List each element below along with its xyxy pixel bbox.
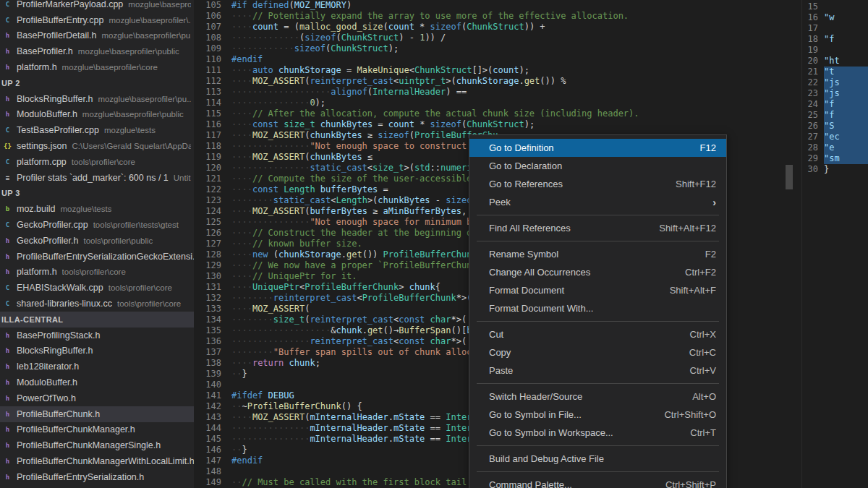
menu-item-change-all-occurrences[interactable]: Change All OccurrencesCtrl+F2 — [469, 263, 726, 281]
line-number[interactable]: 109 — [194, 43, 231, 54]
open-editor-item[interactable]: hGeckoProfiler.htools\profiler\public — [0, 233, 194, 249]
open-editor-item[interactable]: hProfileBufferEntrySerializationGeckoExt… — [0, 249, 194, 265]
open-editor-item[interactable]: Cplatform.cpptools\profiler\core — [0, 154, 194, 170]
section-header-up-2[interactable]: UP 2 — [0, 75, 194, 91]
line-number[interactable]: 26 — [802, 121, 824, 132]
line-number[interactable]: 147 — [194, 455, 231, 466]
code-line[interactable]: 113···················alignof(InternalHe… — [194, 87, 801, 98]
line-number[interactable]: 136 — [194, 336, 231, 347]
code-line[interactable]: 30} — [802, 164, 868, 175]
open-editor-item[interactable]: bmoz.buildmozglue\tests — [0, 201, 194, 217]
line-number[interactable]: 130 — [194, 271, 231, 282]
menu-item-cut[interactable]: CutCtrl+X — [469, 325, 726, 343]
line-number[interactable]: 27 — [802, 132, 824, 142]
scrollbar-thumb[interactable] — [786, 165, 793, 189]
code-line[interactable]: 106····// Potentially expand the array t… — [194, 11, 801, 22]
code-line[interactable]: 28"e — [802, 142, 868, 153]
code-line[interactable]: 110#endif — [194, 54, 801, 65]
menu-item-switch-header-source[interactable]: Switch Header/SourceAlt+O — [469, 388, 726, 406]
line-number[interactable]: 142 — [194, 401, 231, 412]
line-number[interactable]: 25 — [802, 110, 824, 121]
menu-item-build-and-debug-active-file[interactable]: Build and Debug Active File — [469, 450, 726, 468]
tree-item[interactable]: hProfileBufferChunkManagerWithLocalLimit… — [0, 453, 194, 469]
open-editor-item[interactable]: ≡Profiler stats `add_marker`: 600 ns / 1… — [0, 170, 194, 186]
code-line[interactable]: 29"sm — [802, 153, 868, 164]
tree-item[interactable]: hProfileBufferChunk.h — [0, 406, 194, 422]
code-line[interactable]: 25"f — [802, 110, 868, 121]
line-number[interactable]: 28 — [802, 142, 824, 153]
line-number[interactable]: 140 — [194, 380, 231, 390]
menu-item-go-to-references[interactable]: Go to ReferencesShift+F12 — [469, 175, 726, 193]
line-number[interactable]: 137 — [194, 347, 231, 358]
menu-item-go-to-declaration[interactable]: Go to Declaration — [469, 157, 726, 175]
line-number[interactable]: 132 — [194, 293, 231, 304]
open-editor-item[interactable]: CProfileBufferEntry.cppmozglue\baseprofi… — [0, 12, 194, 28]
menu-item-command-palette[interactable]: Command Palette...Ctrl+Shift+P — [469, 476, 726, 488]
menu-item-find-all-references[interactable]: Find All ReferencesShift+Alt+F12 — [469, 219, 726, 237]
line-number[interactable]: 128 — [194, 249, 231, 260]
code-line[interactable]: 115····// After the allocation, compute … — [194, 108, 801, 119]
line-number[interactable]: 135 — [194, 325, 231, 336]
code-line[interactable]: 111····auto chunkStorage = MakeUnique<Ch… — [194, 65, 801, 76]
line-number[interactable]: 146 — [194, 445, 231, 455]
line-number[interactable]: 117 — [194, 130, 231, 141]
code-line[interactable]: 26"S — [802, 121, 868, 132]
line-number[interactable]: 119 — [194, 152, 231, 163]
code-line[interactable]: 27"ec — [802, 132, 868, 142]
line-number[interactable]: 107 — [194, 22, 231, 33]
code-line[interactable]: 116····const size_t chunkBytes = count *… — [194, 119, 801, 130]
code-line[interactable]: 105#if defined(MOZ_MEMORY) — [194, 0, 801, 11]
code-line[interactable]: 109············sizeof(ChunkStruct); — [194, 43, 801, 54]
open-editor-item[interactable]: {}settings.jsonC:\Users\Gerald Squelart\… — [0, 138, 194, 154]
line-number[interactable]: 16 — [802, 12, 824, 23]
code-line[interactable]: 16"w — [802, 12, 868, 23]
open-editor-item[interactable]: CEHABIStackWalk.cpptools\profiler\core — [0, 280, 194, 296]
line-number[interactable]: 148 — [194, 466, 231, 477]
open-editor-item[interactable]: hplatform.hmozglue\baseprofiler\core — [0, 59, 194, 75]
line-number[interactable]: 113 — [194, 87, 231, 98]
code-line[interactable]: 22"js — [802, 77, 868, 88]
line-number[interactable]: 112 — [194, 76, 231, 87]
line-number[interactable]: 114 — [194, 98, 231, 108]
open-editor-item[interactable]: CTestBaseProfiler.cppmozglue\tests — [0, 122, 194, 138]
line-number[interactable]: 19 — [802, 45, 824, 56]
code-line[interactable]: 107····count = (malloc_good_size(count *… — [194, 22, 801, 33]
line-number[interactable]: 106 — [194, 11, 231, 22]
tree-item[interactable]: hProfileBufferChunkManager.h — [0, 422, 194, 438]
line-number[interactable]: 133 — [194, 304, 231, 314]
menu-item-go-to-symbol-in-workspace[interactable]: Go to Symbol in Workspace...Ctrl+T — [469, 424, 726, 442]
code-line[interactable]: 18"f — [802, 34, 868, 45]
open-editor-item[interactable]: hplatform.htools\profiler\core — [0, 265, 194, 281]
line-number[interactable]: 129 — [194, 260, 231, 271]
open-editor-item[interactable]: hBaseProfilerDetail.hmozglue\baseprofile… — [0, 28, 194, 44]
line-number[interactable]: 24 — [802, 99, 824, 110]
open-editor-item[interactable]: Cshared-libraries-linux.cctools\profiler… — [0, 296, 194, 312]
tree-item[interactable]: hProfileBufferEntrySerialization.h — [0, 469, 194, 485]
open-editor-item[interactable]: hBlocksRingBuffer.hmozglue\baseprofiler\… — [0, 91, 194, 107]
tree-item[interactable]: hPowerOfTwo.h — [0, 390, 194, 406]
line-number[interactable]: 29 — [802, 153, 824, 164]
line-number[interactable]: 139 — [194, 369, 231, 380]
menu-item-copy[interactable]: CopyCtrl+C — [469, 343, 726, 361]
line-number[interactable]: 143 — [194, 412, 231, 423]
line-number[interactable]: 122 — [194, 184, 231, 195]
menu-item-format-document-with[interactable]: Format Document With... — [469, 299, 726, 317]
line-number[interactable]: 22 — [802, 77, 824, 88]
line-number[interactable]: 118 — [194, 141, 231, 152]
line-number[interactable]: 125 — [194, 217, 231, 228]
menu-item-go-to-definition[interactable]: Go to DefinitionF12 — [469, 139, 726, 157]
code-line[interactable]: 23"js — [802, 88, 868, 99]
line-number[interactable]: 116 — [194, 119, 231, 130]
menu-item-format-document[interactable]: Format DocumentShift+Alt+F — [469, 281, 726, 299]
code-line[interactable]: 21"t — [802, 67, 868, 77]
section-header-up-3[interactable]: UP 3 — [0, 186, 194, 202]
line-number[interactable]: 134 — [194, 314, 231, 325]
menu-item-paste[interactable]: PasteCtrl+V — [469, 361, 726, 380]
line-number[interactable]: 21 — [802, 67, 824, 77]
tree-item[interactable]: hleb128iterator.h — [0, 359, 194, 374]
line-number[interactable]: 123 — [194, 195, 231, 206]
open-editor-item[interactable]: hModuloBuffer.hmozglue\baseprofiler\publ… — [0, 107, 194, 123]
line-number[interactable]: 131 — [194, 282, 231, 293]
line-number[interactable]: 108 — [194, 33, 231, 43]
menu-item-peek[interactable]: Peek› — [469, 193, 726, 211]
